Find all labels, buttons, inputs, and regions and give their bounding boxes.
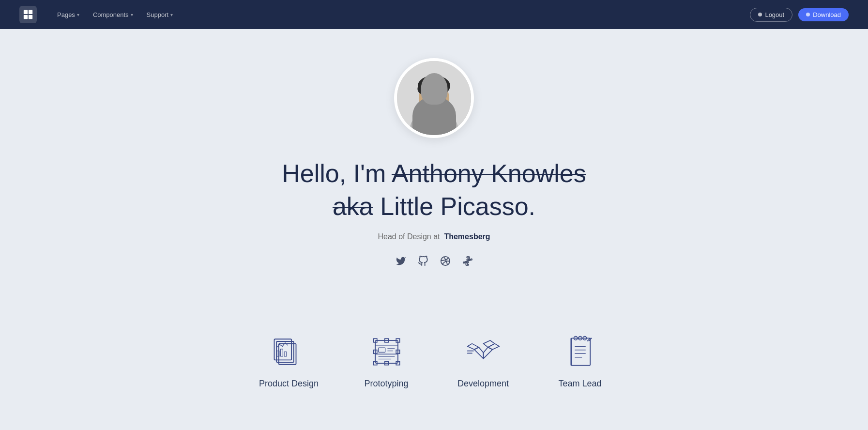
avatar-svg xyxy=(397,61,471,135)
download-button[interactable]: Download xyxy=(798,8,849,21)
skill-label-development: Development xyxy=(457,379,509,389)
skill-item-team-lead: Team Lead xyxy=(551,332,609,389)
svg-rect-37 xyxy=(378,348,385,352)
avatar-image xyxy=(397,61,471,135)
navbar-right: Logout Download xyxy=(750,8,849,22)
chevron-down-icon: ▾ xyxy=(131,12,133,17)
svg-rect-1 xyxy=(29,10,32,14)
svg-point-6 xyxy=(410,111,458,135)
hero-subtitle: Head of Design at Themesberg xyxy=(378,232,490,241)
navbar-left: Pages ▾ Components ▾ Support ▾ xyxy=(19,6,179,23)
chevron-down-icon: ▾ xyxy=(170,12,173,17)
hero-title: Hello, I'm Anthony Knowles aka Little Pi… xyxy=(282,157,586,223)
svg-marker-46 xyxy=(483,340,494,347)
svg-point-14 xyxy=(437,77,447,87)
navbar-logo[interactable] xyxy=(19,6,37,23)
product-design-icon xyxy=(269,332,308,371)
download-icon xyxy=(806,13,810,16)
aka-name: Little Picasso. xyxy=(380,192,535,220)
development-icon xyxy=(464,332,503,371)
slack-icon[interactable] xyxy=(462,256,473,269)
github-icon[interactable] xyxy=(418,256,428,269)
skill-label-prototyping: Prototyping xyxy=(365,379,409,389)
svg-rect-3 xyxy=(29,15,32,19)
prototyping-icon xyxy=(367,332,406,371)
name-strikethrough: Anthony Knowles xyxy=(392,159,586,187)
svg-rect-25 xyxy=(284,352,287,356)
svg-rect-2 xyxy=(24,15,28,19)
subtitle-prefix: Head of Design at xyxy=(378,232,440,241)
svg-rect-7 xyxy=(429,107,439,116)
svg-rect-5 xyxy=(397,61,471,135)
company-name: Themesberg xyxy=(444,232,490,241)
dribbble-icon[interactable] xyxy=(440,256,451,269)
svg-point-8 xyxy=(419,81,449,115)
svg-point-11 xyxy=(421,79,430,89)
svg-point-18 xyxy=(438,96,442,101)
skill-item-development: Development xyxy=(454,332,512,389)
nav-item-support[interactable]: Support ▾ xyxy=(141,8,179,21)
twitter-icon[interactable] xyxy=(396,256,406,269)
social-icons xyxy=(396,256,473,269)
svg-point-12 xyxy=(425,76,436,87)
svg-rect-24 xyxy=(281,349,283,356)
skills-section: Product Design xyxy=(0,308,868,418)
svg-point-9 xyxy=(418,76,450,96)
skill-label-team-lead: Team Lead xyxy=(559,379,602,389)
greeting-text: Hello, I'm xyxy=(282,159,386,187)
aka-strikethrough: aka xyxy=(333,192,373,220)
navbar: Pages ▾ Components ▾ Support ▾ Logout Do… xyxy=(0,0,868,29)
svg-point-17 xyxy=(426,96,430,101)
logout-icon xyxy=(758,13,762,16)
svg-point-16 xyxy=(423,104,444,116)
svg-rect-49 xyxy=(571,338,590,365)
svg-point-10 xyxy=(417,83,429,94)
nav-item-pages[interactable]: Pages ▾ xyxy=(51,8,85,21)
svg-point-15 xyxy=(441,83,449,92)
skill-label-product-design: Product Design xyxy=(259,379,319,389)
svg-point-13 xyxy=(430,75,442,86)
nav-item-components[interactable]: Components ▾ xyxy=(87,8,139,21)
svg-marker-45 xyxy=(467,343,478,349)
navbar-nav: Pages ▾ Components ▾ Support ▾ xyxy=(51,8,179,21)
skill-item-product-design: Product Design xyxy=(259,332,319,389)
chevron-down-icon: ▾ xyxy=(77,12,79,17)
logout-button[interactable]: Logout xyxy=(750,8,792,22)
hero-section: Hello, I'm Anthony Knowles aka Little Pi… xyxy=(0,29,868,308)
team-lead-icon xyxy=(561,332,599,371)
svg-rect-0 xyxy=(24,10,28,14)
avatar xyxy=(394,58,474,138)
skill-item-prototyping: Prototyping xyxy=(357,332,415,389)
